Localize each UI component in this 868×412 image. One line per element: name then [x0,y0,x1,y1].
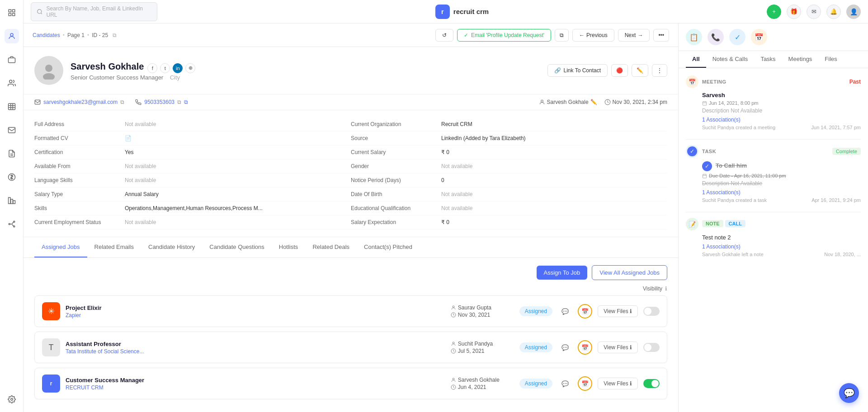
tab-assigned-jobs[interactable]: Assigned Jobs [34,237,87,258]
tab-related-emails[interactable]: Related Emails [87,237,141,258]
sidebar-item-jobs[interactable] [5,52,19,67]
call-badge: CALL [725,220,745,227]
linkedin-icon[interactable]: in [173,63,183,73]
previous-button[interactable]: ← Previous [572,29,614,42]
calendar-icon[interactable]: 📅 [578,376,592,391]
task-assoc[interactable]: 1 Association(s) [702,189,861,196]
copy-phone-icon[interactable]: ⧉ [177,99,181,105]
view-files-button[interactable]: View Files ℹ [598,342,638,353]
divider [686,139,861,140]
sidebar-item-integrations[interactable] [5,217,19,231]
panel-tab-meetings[interactable]: Meetings [782,51,819,68]
calendar-icon[interactable]: 📅 [578,304,592,318]
note-assoc[interactable]: 1 Association(s) [702,243,861,250]
chat-icon[interactable]: 💬 [561,308,569,315]
breadcrumb-candidates[interactable]: Candidates [33,32,60,38]
tab-candidate-history[interactable]: Candidate History [141,237,202,258]
view-files-button[interactable]: View Files ℹ [598,378,638,389]
job-assignee: Sarvesh Gokhale Jun 4, 2021 [451,377,514,390]
facebook-icon[interactable]: f [147,63,157,73]
panel-tab-tasks[interactable]: Tasks [754,51,782,68]
panel-tab-all[interactable]: All [686,51,706,68]
fire-button[interactable]: 🔴 [611,64,628,77]
sidebar-item-contacts[interactable] [5,76,19,90]
phone-panel-icon[interactable]: 📞 [708,29,724,45]
assignee-icon [451,341,456,346]
next-button[interactable]: Next → [618,29,650,42]
sidebar [0,0,24,412]
calendar-icon[interactable]: 📅 [578,340,592,355]
more-options-button[interactable]: ⋮ [652,64,667,77]
view-all-assigned-button[interactable]: View All Assigned Jobs [592,265,667,280]
view-files-button[interactable]: View Files ℹ [598,305,638,317]
copy-button[interactable]: ⧉ [555,29,569,42]
tab-contacts-pitched[interactable]: Contact(s) Pitched [357,237,420,258]
details-left: Full Address Not available Formatted CV … [34,117,351,229]
link-phone-icon[interactable]: ⧉ [184,99,188,105]
assignee-icon [451,305,456,310]
sidebar-item-companies[interactable] [5,99,19,114]
email-icon [34,99,41,105]
twitter-icon[interactable]: t [160,63,170,73]
sidebar-item-settings[interactable] [5,392,19,407]
visibility-toggle[interactable] [643,343,660,352]
sidebar-item-dashboard[interactable] [5,5,19,20]
copy-id-icon[interactable]: ⧉ [113,32,117,38]
chat-icon[interactable]: 💬 [561,380,569,387]
main-wrapper: Search By Name, Job, Email & LinkedIn UR… [24,0,868,412]
tab-hotlists[interactable]: Hotlists [272,237,306,258]
detail-current-org: Current Organization Recruit CRM [351,117,667,131]
sidebar-item-candidates[interactable] [5,29,19,43]
job-company[interactable]: Zapier [66,312,445,318]
email-profile-button[interactable]: ✓ Email 'Profile Update Request' [457,29,551,42]
visibility-toggle[interactable] [643,379,660,388]
globe-icon[interactable]: ⊕ [185,63,195,73]
svg-rect-36 [703,174,706,178]
job-info: Assistant Professor Tata Institute of So… [66,341,445,355]
tab-related-deals[interactable]: Related Deals [305,237,357,258]
edit-owner-icon[interactable]: ✏️ [590,99,597,105]
tab-candidate-questions[interactable]: Candidate Questions [202,237,271,258]
check-panel-icon[interactable]: ✓ [729,29,745,45]
candidate-panel: Candidates • Page 1 • ID - 25 ⧉ ↺ ✓ Emai… [24,23,678,412]
link-contact-button[interactable]: 🔗 Link To Contact [547,64,608,77]
detail-employment-status: Current Employment Status Not available [34,215,351,229]
copy-email-icon[interactable]: ⧉ [120,99,124,105]
panel-tab-notes[interactable]: Notes & Calls [706,51,755,68]
add-button[interactable]: + [767,5,781,19]
meeting-assoc[interactable]: 1 Association(s) [702,117,861,123]
mail-button[interactable]: ✉ [807,5,821,19]
chat-bubble[interactable]: 💬 [839,383,859,403]
job-status: Assigned [519,342,552,352]
job-company[interactable]: Tata Institute of Social Science... [66,348,445,355]
svg-point-19 [38,9,42,13]
refresh-button[interactable]: ↺ [435,29,453,42]
timeline: 📅 MEETING Past Sarvesh Jun 14, 2021, 8:0… [679,68,868,412]
chat-icon[interactable]: 💬 [561,344,569,351]
job-company[interactable]: RECRUIT CRM [66,384,445,391]
edit-button[interactable]: ✏️ [632,64,648,77]
right-panel: 📋 📞 ✓ 📅 All Notes & Calls Tasks Meetings… [678,23,868,412]
sidebar-item-email[interactable] [5,123,19,137]
sidebar-item-reports[interactable] [5,193,19,208]
candidate-email: sarveshgokhale23@gmail.com [43,99,118,105]
calendar-panel-icon[interactable]: 📅 [751,29,767,45]
user-avatar[interactable]: 👤 [846,5,861,19]
sidebar-item-notes[interactable] [5,146,19,161]
gift-button[interactable]: 🎁 [787,5,801,19]
visibility-row: Visibility ℹ [34,286,667,292]
toggle-knob [651,380,659,387]
file-panel-icon[interactable]: 📋 [686,29,702,45]
sidebar-item-dollar[interactable] [5,170,19,184]
visibility-toggle[interactable] [643,307,660,316]
breadcrumb-id: ID - 25 [92,32,108,38]
nav-actions: ↺ ✓ Email 'Profile Update Request' ⧉ ← P… [435,29,669,42]
meeting-title: Sarvesh [702,92,861,98]
search-box[interactable]: Search By Name, Job, Email & LinkedIn UR… [31,2,157,21]
svg-rect-2 [9,14,11,16]
more-button[interactable]: ••• [653,29,669,42]
assign-job-button[interactable]: Assign To Job [537,266,588,280]
task-title: To Call him [716,162,747,169]
bell-button[interactable]: 🔔 [826,5,841,19]
panel-tab-files[interactable]: Files [818,51,843,68]
